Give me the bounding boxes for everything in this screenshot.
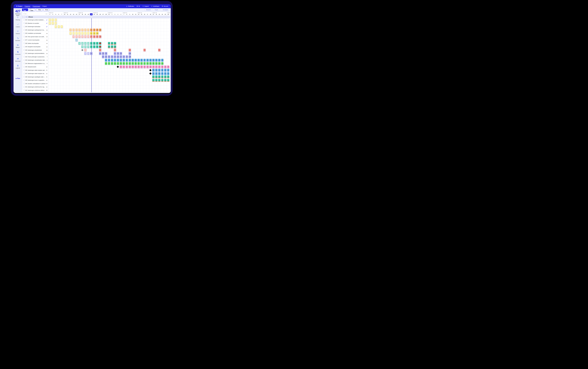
day-header[interactable]: 25 [164,13,166,15]
gantt-cell-label[interactable]: 1.1 [120,65,122,68]
gantt-cell-label[interactable]: 1.9 [96,35,98,38]
gantt-cell-label[interactable]: 1.1 [105,59,107,62]
sidebar-plan-logo[interactable]: Plan [13,78,22,79]
topnav-item-account[interactable]: Account [162,6,168,7]
day-header[interactable]: 7 [61,13,63,15]
gantt-cell-check[interactable]: ✔ [78,42,81,45]
day-header[interactable]: 24 [161,13,164,15]
gantt-cell-check[interactable]: ✔ [87,29,89,31]
gantt-cell-label[interactable]: 1.4 [129,49,131,51]
day-header[interactable]: 5 [54,13,57,15]
breadcrumb-link-projecten[interactable]: Projecten [25,6,30,7]
gantt-cell-label[interactable]: 1.1 [155,72,157,75]
sidebar-item-logboek[interactable]: Logboek [13,65,22,69]
row-checkbox[interactable] [23,86,25,88]
task-status-in-progress[interactable]: ▶ [43,43,47,44]
gantt-cell-label[interactable]: 1.9 [155,62,157,65]
gantt-cell-label[interactable]: 1.8 [149,59,152,62]
task-status-in-progress[interactable]: ▶ [43,46,47,47]
gantt-cell-check[interactable]: ✔ [72,29,75,31]
gantt-cell-label[interactable]: 1.3 [132,65,134,68]
taak-button[interactable]: + Taak [22,9,28,11]
gantt-cell-check[interactable]: ✔ [72,32,75,35]
row-checkbox[interactable] [23,49,25,51]
gantt-cell-label[interactable]: 1.3 [158,79,160,82]
gantt-cell-label[interactable]: 1.8 [123,55,125,58]
gantt-cell-label[interactable]: 1.6 [117,55,119,58]
gantt-cell-label[interactable]: 1.6 [137,62,140,65]
gantt-cell-label[interactable]: 1.8 [108,42,110,45]
gantt-cell-label[interactable]: 1.10 [96,32,98,35]
gantt-cell-check[interactable]: ✔ [69,29,72,31]
gantt-cell-label[interactable]: 1.8 [93,35,95,38]
gantt-cell-label[interactable]: 1.1 [152,69,155,72]
gantt-cell-label[interactable]: 1.2 [161,69,164,72]
gantt-cell-label[interactable]: 1.2 [99,49,101,51]
gantt-cell-label[interactable]: 1.10 [158,62,160,65]
task-status-in-progress[interactable]: ▶ [43,39,47,41]
gantt-cell-check[interactable]: ✔ [84,45,86,48]
sidebar-item-tekeningen[interactable]: Tekeningen [13,58,22,62]
gantt-cell-label[interactable]: 1.6 [134,62,137,65]
gantt-cell-label[interactable]: 1.4 [126,62,128,65]
day-header[interactable]: 4 [120,13,122,15]
gantt-cell-check[interactable]: ✔ [55,25,57,28]
gantt-cell-label[interactable]: 1.5 [102,52,104,55]
gantt-cell-check[interactable]: ✔ [52,19,54,21]
gantt-cell-check[interactable]: ✔ [58,25,60,28]
chevron-down-icon[interactable] [26,16,27,18]
gantt-cell-label[interactable]: 1.6 [152,65,155,68]
gantt-cell-label[interactable]: 1.10 [114,42,116,45]
gantt-cell-check[interactable]: ✔ [55,22,57,25]
day-header[interactable]: 19 [84,13,87,15]
row-checkbox[interactable] [23,69,25,71]
gantt-cell-check[interactable]: ✔ [84,35,86,38]
gantt-cell-label[interactable]: 1.3 [167,69,169,72]
gantt-cell-label[interactable]: 1.7 [114,52,116,55]
sidebar-item-bijlagen[interactable]: Bijlagen [13,44,22,48]
task-status-in-progress[interactable]: ▶ [43,33,47,34]
gantt-cell-label[interactable]: 1.1 [152,79,155,82]
gantt-cell-label[interactable]: 1.3 [117,62,119,65]
gantt-cell-label[interactable]: 1.9 [111,42,113,45]
gantt-cell-check[interactable]: ✔ [78,35,81,38]
day-header[interactable]: 6 [58,13,60,15]
task-status-done[interactable]: ✔ [43,23,47,24]
day-header[interactable]: 9 [129,13,131,15]
gantt-cell-label[interactable]: 1.2 [114,62,116,65]
topnav-item-support[interactable]: Support [142,6,149,7]
gantt-cell-label[interactable]: 1.3 [108,55,110,58]
gantt-cell-label[interactable]: 1.8 [90,32,93,35]
day-header[interactable]: 18 [81,13,84,15]
gantt-cell-label[interactable]: 1.2 [161,72,164,75]
task-status-done[interactable]: ✔ [43,26,47,28]
gantt-cell-check[interactable]: ✔ [84,52,86,55]
gantt-cell-label[interactable]: 1.2 [155,79,157,82]
day-header[interactable]: 4 [52,13,54,15]
gantt-cell-label[interactable]: 1.7 [158,65,160,68]
gantt-cell-label[interactable]: 1.10 [114,45,116,48]
gantt-cell-check[interactable]: ✔ [78,29,81,31]
gantt-cell-check[interactable]: ✔ [75,32,78,35]
gantt-cell-check[interactable]: ✔ [81,45,83,48]
gantt-cell-check[interactable]: ✔ [84,29,86,31]
gantt-cell-label[interactable]: 1.6 [167,79,169,82]
gantt-cell-label[interactable]: 1.10 [99,35,101,38]
gantt-cell-check[interactable]: ✔ [55,19,57,21]
gantt-cell-check[interactable]: ✔ [84,32,86,35]
gantt-cell-label[interactable]: 1.7 [144,62,146,65]
row-checkbox[interactable] [23,22,25,24]
gantt-cell-label[interactable]: 1.3 [158,75,160,78]
day-header[interactable]: 13 [72,13,75,15]
gantt-cell-label[interactable]: 1.2 [129,65,131,68]
gantt-cell-check[interactable]: ✔ [87,42,89,45]
sidebar-item-planning[interactable]: Planning [13,16,22,20]
day-header[interactable]: 3 [117,13,119,15]
row-checkbox[interactable] [23,76,25,78]
gantt-cell-check[interactable]: ✔ [81,35,83,38]
gantt-cell-label[interactable]: 1.5 [93,45,95,48]
day-header[interactable]: 11 [134,13,137,15]
gantt-cell-label[interactable]: 1.7 [140,62,143,65]
task-status-in-progress[interactable]: ▶ [43,49,47,51]
gantt-cell-label[interactable]: 1.2 [114,59,116,62]
